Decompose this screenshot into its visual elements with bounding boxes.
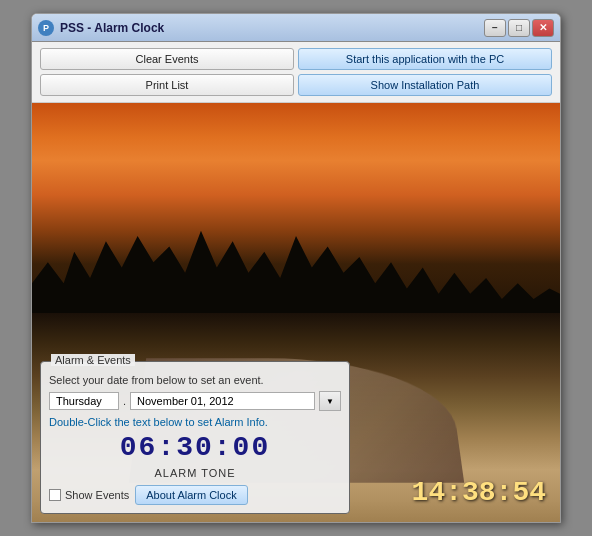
toolbar: Clear Events Start this application with… [32, 42, 560, 103]
minimize-button[interactable]: − [484, 19, 506, 37]
date-separator: . [123, 395, 126, 407]
clear-events-button[interactable]: Clear Events [40, 48, 294, 70]
date-picker-button[interactable]: ▼ [319, 391, 341, 411]
window-controls: − □ ✕ [484, 19, 554, 37]
select-date-text: Select your date from below to set an ev… [49, 374, 341, 386]
app-icon: P [38, 20, 54, 36]
application-window: P PSS - Alarm Clock − □ ✕ Clear Events S… [31, 13, 561, 523]
alarm-tone-label: ALARM TONE [49, 467, 341, 479]
title-bar: P PSS - Alarm Clock − □ ✕ [32, 14, 560, 42]
show-events-checkbox[interactable] [49, 489, 61, 501]
show-installation-path-button[interactable]: Show Installation Path [298, 74, 552, 96]
start-with-pc-button[interactable]: Start this application with the PC [298, 48, 552, 70]
print-list-button[interactable]: Print List [40, 74, 294, 96]
about-alarm-clock-button[interactable]: About Alarm Clock [135, 485, 247, 505]
alarm-panel: Alarm & Events Select your date from bel… [40, 361, 350, 514]
alarm-bottom-row: Show Events About Alarm Clock [49, 485, 341, 505]
alarm-time-display[interactable]: 06:30:00 [49, 432, 341, 463]
date-row: Thursday . November 01, 2012 ▼ [49, 391, 341, 411]
maximize-button[interactable]: □ [508, 19, 530, 37]
day-of-week-field[interactable]: Thursday [49, 392, 119, 410]
date-value-field[interactable]: November 01, 2012 [130, 392, 315, 410]
show-events-label: Show Events [65, 489, 129, 501]
double-click-hint: Double-Click the text below to set Alarm… [49, 416, 341, 428]
alarm-panel-title: Alarm & Events [51, 354, 135, 366]
close-button[interactable]: ✕ [532, 19, 554, 37]
main-content: 14:38:54 Alarm & Events Select your date… [32, 103, 560, 522]
current-time-display: 14:38:54 [412, 477, 546, 508]
show-events-checkbox-row: Show Events [49, 489, 129, 501]
window-title: PSS - Alarm Clock [60, 21, 484, 35]
